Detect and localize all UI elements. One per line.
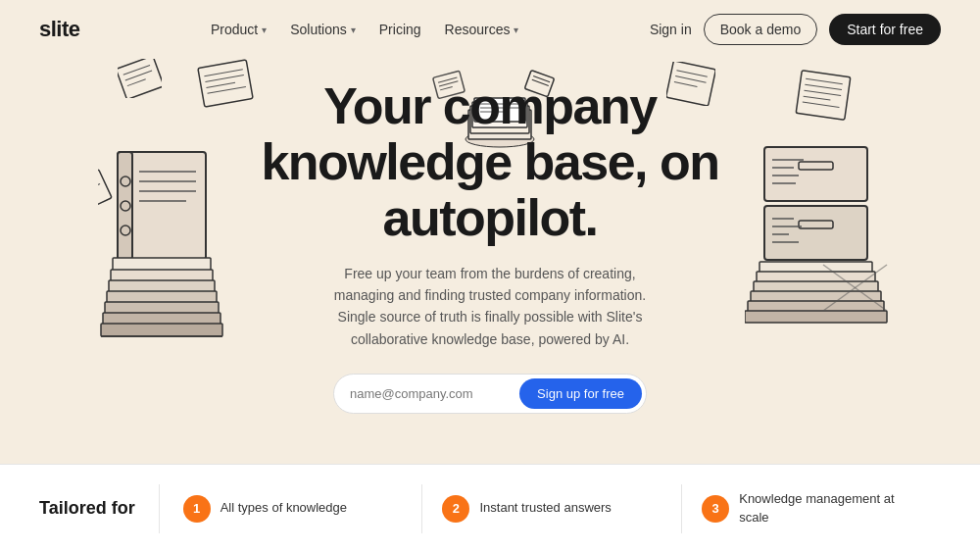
hero-subtitle: Free up your team from the burdens of cr… — [314, 263, 666, 351]
start-free-button[interactable]: Start for free — [829, 14, 941, 45]
feature-item-1: 1 All types of knowledge — [183, 495, 403, 523]
feature-label-2: Instant trusted answers — [479, 499, 611, 517]
signup-button[interactable]: Sign up for free — [519, 378, 642, 409]
feature-item-3: 3 Knowledge management at scale — [702, 490, 921, 526]
nav-item-resources[interactable]: Resources ▾ — [445, 22, 519, 37]
feature-label-3: Knowledge management at scale — [739, 490, 921, 526]
book-demo-button[interactable]: Book a demo — [704, 14, 818, 45]
feature-number-2: 2 — [442, 495, 469, 523]
bottom-bar: Tailored for 1 All types of knowledge 2 … — [0, 464, 980, 552]
chevron-down-icon: ▾ — [514, 25, 518, 35]
email-input[interactable] — [350, 386, 519, 401]
nav-link-resources[interactable]: Resources ▾ — [445, 22, 519, 37]
chevron-down-icon: ▾ — [351, 25, 356, 35]
navbar: slite Product ▾ Solutions ▾ Pricing Reso… — [0, 0, 980, 59]
nav-item-product[interactable]: Product ▾ — [211, 22, 267, 37]
nav-link-solutions[interactable]: Solutions ▾ — [290, 22, 356, 37]
feature-number-1: 1 — [183, 495, 211, 523]
bottom-divider-2 — [421, 484, 422, 533]
bottom-divider-3 — [681, 484, 682, 533]
bottom-divider-1 — [159, 484, 160, 533]
chevron-down-icon: ▾ — [262, 25, 267, 35]
hero-section: Your company knowledge base, on autopilo… — [0, 59, 980, 414]
feature-item-2: 2 Instant trusted answers — [442, 495, 662, 523]
nav-item-solutions[interactable]: Solutions ▾ — [290, 22, 356, 37]
sign-in-link[interactable]: Sign in — [650, 22, 692, 37]
nav-link-pricing[interactable]: Pricing — [379, 22, 421, 37]
email-form: Sign up for free — [333, 374, 647, 414]
tailored-for-label: Tailored for — [39, 498, 135, 519]
feature-number-3: 3 — [702, 495, 729, 523]
nav-link-product[interactable]: Product ▾ — [211, 22, 267, 37]
nav-item-pricing[interactable]: Pricing — [379, 22, 421, 37]
nav-right: Sign in Book a demo Start for free — [650, 14, 941, 45]
logo[interactable]: slite — [39, 17, 80, 42]
nav-links: Product ▾ Solutions ▾ Pricing Resources … — [211, 22, 519, 37]
hero-title: Your company knowledge base, on autopilo… — [235, 78, 745, 247]
feature-label-1: All types of knowledge — [220, 499, 347, 517]
